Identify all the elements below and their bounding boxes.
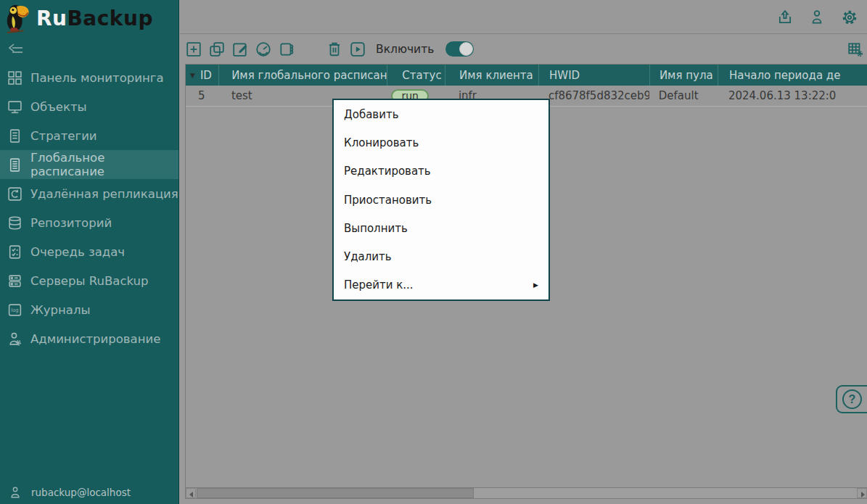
context-menu: Добавить Клонировать Редактировать Приос… [332,99,550,301]
delete-trash-icon[interactable] [326,41,342,57]
copy-notebook-icon[interactable] [279,41,295,57]
sidebar-item-label: Удалённая репликация [30,187,178,201]
column-header-pool-name[interactable]: Имя пула [649,65,718,86]
sidebar-item-global-schedule[interactable]: Глобальное расписание [0,150,178,179]
help-button[interactable]: ? [836,385,867,413]
clone-icon[interactable] [209,41,225,57]
cell-id: 5 [186,86,219,106]
sidebar-item-label: Стратегии [30,129,97,143]
submenu-arrow-icon: ▶ [533,281,538,289]
table-settings-icon[interactable] [847,41,863,57]
question-mark-icon: ? [842,389,862,409]
cell-hwid: cf8678f5d832ceb9 [538,86,649,106]
collapse-sidebar-icon[interactable] [7,41,26,59]
pause-gauge-icon[interactable] [255,41,271,57]
column-header-id[interactable]: ▼ ID [186,65,218,86]
menu-item-add[interactable]: Добавить [334,100,548,128]
toggle-knob [459,42,473,56]
scroll-right-arrow-icon[interactable] [857,488,867,498]
table-header-row: ▼ ID Имя глобального расписания Статус И… [186,65,867,86]
menu-item-pause[interactable]: Приостановить [334,186,548,214]
sidebar-item-servers[interactable]: Серверы RuBackup [0,266,178,295]
horizontal-scrollbar[interactable] [186,487,867,498]
sidebar-item-label: Серверы RuBackup [30,274,148,288]
enable-toggle-label: Включить [376,43,434,56]
sidebar: RuBackup Панель мониторинга Объекты [0,0,179,504]
sidebar-item-label: Панель мониторинга [30,71,164,85]
strategies-document-icon [7,128,22,144]
scrollbar-thumb[interactable] [197,488,474,498]
edit-icon[interactable] [232,41,248,57]
cell-period-start: 2024.06.13 13:22:0 [718,86,867,106]
sidebar-nav: Панель мониторинга Объекты Стратегии Гло… [0,63,178,353]
schedule-toolbar: Включить [180,35,867,64]
menu-item-clone[interactable]: Клонировать [334,129,548,157]
user-login-label: rubackup@localhost [31,487,131,498]
sidebar-item-objects[interactable]: Объекты [0,92,178,121]
logo: RuBackup [3,1,153,35]
menu-item-execute[interactable]: Выполнить [334,214,548,242]
toucan-logo-icon [3,2,33,34]
sidebar-item-task-queue[interactable]: Очередь задач [0,237,178,266]
settings-gear-icon[interactable] [842,9,858,25]
sidebar-item-label: Администрирование [30,332,160,346]
column-header-status[interactable]: Статус [387,65,445,86]
run-play-icon[interactable] [350,41,366,57]
sidebar-item-label: Журналы [30,303,90,317]
sidebar-item-label: Объекты [30,100,87,114]
schedule-document-icon [7,157,22,173]
topbar [180,0,867,34]
task-queue-checklist-icon [7,244,22,260]
logs-icon: log [7,302,22,318]
sidebar-item-strategies[interactable]: Стратегии [0,121,178,150]
upload-icon[interactable] [777,9,793,25]
app-window: RuBackup Панель мониторинга Объекты [0,0,867,504]
svg-text:log: log [11,307,18,313]
column-header-hwid[interactable]: HWID [538,65,649,86]
add-icon[interactable] [186,41,202,57]
administration-user-gear-icon [7,331,22,347]
sidebar-item-label: Глобальное расписание [30,151,178,178]
objects-monitor-icon [7,99,22,115]
menu-item-go-to[interactable]: Перейти к... ▶ [334,271,548,299]
sidebar-item-journals[interactable]: log Журналы [0,295,178,324]
menu-item-delete[interactable]: Удалить [334,243,548,271]
menu-item-edit[interactable]: Редактировать [334,157,548,186]
enable-toggle[interactable] [445,41,474,57]
repository-database-icon [7,215,22,231]
user-icon [9,486,22,499]
servers-icon [7,273,22,289]
sidebar-item-remote-replication[interactable]: Удалённая репликация [0,179,178,208]
sort-desc-icon: ▼ [190,72,195,79]
replication-refresh-icon [7,186,22,202]
logged-in-user: rubackup@localhost [9,486,131,499]
sidebar-item-repository[interactable]: Репозиторий [0,208,178,237]
user-icon[interactable] [809,9,825,25]
column-header-schedule-name[interactable]: Имя глобального расписания [218,65,387,86]
column-header-period-start[interactable]: Начало периода де [718,65,867,86]
sidebar-item-label: Репозиторий [30,216,112,230]
scroll-left-arrow-icon[interactable] [186,488,196,498]
cell-pool-name: Default [649,86,718,106]
column-header-client-name[interactable]: Имя клиента [445,65,538,86]
app-title: RuBackup [36,7,153,30]
sidebar-item-administration[interactable]: Администрирование [0,324,178,353]
sidebar-item-label: Очередь задач [30,245,125,259]
dashboard-icon [7,70,22,86]
sidebar-item-monitoring[interactable]: Панель мониторинга [0,63,178,92]
